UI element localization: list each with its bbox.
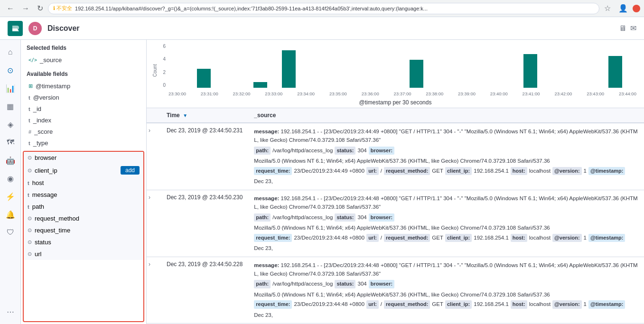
chart-bar-2 xyxy=(197,69,211,88)
security-icon: ℹ 不安全 xyxy=(53,5,72,12)
time-header-text: Time xyxy=(167,112,180,119)
available-fields-top: ⊞ @timestamp t @version t _id t _index #… xyxy=(21,80,146,149)
time-col-header[interactable]: Time ▼ xyxy=(161,108,248,123)
forward-button[interactable]: → xyxy=(19,3,32,14)
message-type-icon: t xyxy=(28,192,29,198)
back-button[interactable]: ← xyxy=(4,3,17,14)
path-field[interactable]: t path xyxy=(24,201,143,213)
host-type-icon: t xyxy=(28,180,29,186)
x-label-2: 23:32:00 xyxy=(233,91,251,96)
source-field-item[interactable]: </> _source xyxy=(23,55,144,65)
x-label-4: 23:34:00 xyxy=(297,91,315,96)
nav-icon-uptime[interactable]: 🔔 xyxy=(2,206,19,223)
version-field[interactable]: t @version xyxy=(23,92,144,103)
source-field-name: _source xyxy=(40,56,62,64)
client-ip-type-icon: ⊙ xyxy=(28,167,32,174)
nav-icon-ml[interactable]: 🤖 xyxy=(2,152,19,169)
sort-arrow-icon: ▼ xyxy=(183,113,187,118)
table-row: ›Dec 23, 2019 @ 23:44:50.231message: 192… xyxy=(147,123,644,190)
bookmark-button[interactable]: ☆ xyxy=(601,3,614,14)
type-type-icon: t xyxy=(28,140,30,146)
address-bar[interactable]: ℹ 不安全 192.168.254.11/app/kibana#/discove… xyxy=(48,3,599,14)
request-method-name: request_method xyxy=(35,215,79,222)
id-type-icon: t xyxy=(28,106,30,112)
timestamp-field[interactable]: ⊞ @timestamp xyxy=(23,81,144,92)
nav-icon-more[interactable]: ⋯ xyxy=(2,303,19,320)
chart-bar-31 xyxy=(608,56,622,88)
chart-bar-8 xyxy=(282,50,296,88)
nav-icon-home[interactable]: ⌂ xyxy=(2,44,19,61)
message-field[interactable]: t message xyxy=(24,189,143,201)
url-field[interactable]: ⊙ url xyxy=(24,248,143,260)
x-label-5: 23:35:00 xyxy=(329,91,347,96)
id-field[interactable]: t _id xyxy=(23,103,144,114)
nav-icon-discover[interactable]: ⊙ xyxy=(2,62,19,79)
request-time-name: request_time xyxy=(35,227,70,234)
path-type-icon: t xyxy=(28,204,29,210)
score-field[interactable]: # _score xyxy=(23,126,144,137)
x-label-9: 23:39:00 xyxy=(458,91,476,96)
y-label-0: 0 xyxy=(154,83,166,88)
request-time-field[interactable]: ⊙ request_time xyxy=(24,224,143,236)
browser-name: browser xyxy=(35,154,56,161)
x-label-0: 23:30:00 xyxy=(168,91,186,96)
nav-icon-graph[interactable]: ◉ xyxy=(2,170,19,187)
expand-row-button[interactable]: › xyxy=(149,261,150,268)
profile-button[interactable]: 👤 xyxy=(616,3,631,14)
x-label-6: 23:36:00 xyxy=(362,91,379,96)
x-label-10: 23:40:00 xyxy=(490,91,508,96)
app-title: Discover xyxy=(47,24,80,33)
monitor-button[interactable]: 🖥 xyxy=(619,24,626,33)
nav-icon-maps[interactable]: 🗺 xyxy=(2,134,19,151)
x-label-12: 23:42:00 xyxy=(554,91,572,96)
id-name: _id xyxy=(33,105,41,112)
client-ip-name: client_ip xyxy=(35,167,118,174)
client-ip-field[interactable]: ⊙ client_ip add xyxy=(24,164,143,177)
host-name: host xyxy=(32,179,44,186)
expand-row-button[interactable]: › xyxy=(149,194,150,201)
chart-bar-17 xyxy=(410,60,423,88)
nav-icon-visualize[interactable]: 📊 xyxy=(2,80,19,97)
add-client-ip-button[interactable]: add xyxy=(121,166,140,175)
nav-icon-siem[interactable]: 🛡 xyxy=(2,224,19,241)
x-label-8: 23:38:00 xyxy=(426,91,443,96)
available-fields-boxed: ⊙ browser ⊙ client_ip add t host t messa… xyxy=(23,151,144,322)
type-field[interactable]: t _type xyxy=(23,138,144,148)
version-name: @version xyxy=(33,94,59,101)
index-name: _index xyxy=(33,117,51,124)
index-field[interactable]: t _index xyxy=(23,115,144,126)
chart-title: @timestamp per 30 seconds xyxy=(154,99,636,106)
nav-icon-canvas[interactable]: ◈ xyxy=(2,116,19,133)
mail-button[interactable]: ✉ xyxy=(630,24,636,33)
url-name: url xyxy=(35,250,41,258)
request-method-type-icon: ⊙ xyxy=(28,215,32,222)
url-type-icon: ⊙ xyxy=(28,251,32,257)
results-table: Time ▼ _source ›Dec 23, 2019 @ 23:44:50.… xyxy=(147,108,644,324)
expand-col-header xyxy=(147,108,161,123)
browser-field[interactable]: ⊙ browser xyxy=(24,152,143,164)
browser-type-icon: ⊙ xyxy=(28,155,32,161)
host-field[interactable]: t host xyxy=(24,177,143,189)
main-layout: ⌂ ⊙ 📊 ▦ ◈ 🗺 🤖 ◉ ⚡ 🔔 🛡 ⋯ Selected fields … xyxy=(0,40,644,324)
time-cell: Dec 23, 2019 @ 23:44:50.230 xyxy=(161,190,248,257)
status-field[interactable]: ⊙ status xyxy=(24,236,143,248)
request-method-field[interactable]: ⊙ request_method xyxy=(24,213,143,224)
x-label-11: 23:41:00 xyxy=(523,91,540,96)
source-cell: message: 192.168.254.1 - - [23/Dec/2019:… xyxy=(248,123,644,190)
message-line: message: 192.168.254.1 - - [23/Dec/2019:… xyxy=(254,261,638,278)
nav-icon-dashboard[interactable]: ▦ xyxy=(2,98,19,115)
status-type-icon: ⊙ xyxy=(28,239,32,245)
score-type-icon: # xyxy=(28,129,31,135)
expand-row-button[interactable]: › xyxy=(149,127,150,134)
request-time-type-icon: ⊙ xyxy=(28,227,32,233)
source-col-header: _source xyxy=(248,108,644,123)
refresh-button[interactable]: ↻ xyxy=(34,3,46,14)
chart-section: 0 2 4 6 Count 23:30:00 23:31:00 23:32:00… xyxy=(147,40,644,108)
x-label-13: 23:43:00 xyxy=(587,91,604,96)
index-type-icon: t xyxy=(28,118,30,123)
chart-bar-6 xyxy=(253,82,267,88)
fields-line-1: path: /var/log/httpd/access_log status: … xyxy=(254,146,638,166)
nav-icon-apm[interactable]: ⚡ xyxy=(2,188,19,205)
source-cell: message: 192.168.254.1 - - [23/Dec/2019:… xyxy=(248,257,644,324)
count-label: Count xyxy=(152,64,158,77)
